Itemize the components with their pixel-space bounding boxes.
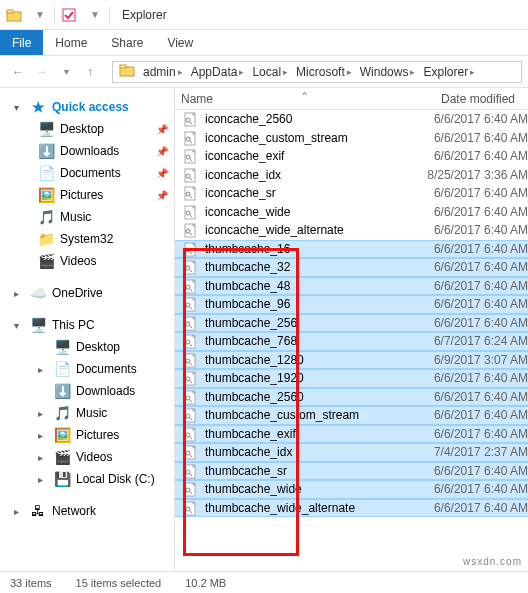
ribbon-tab-share[interactable]: Share <box>99 30 155 55</box>
file-row[interactable]: thumbcache_wide6/6/2017 6:40 AM <box>175 480 528 499</box>
nav-system32[interactable]: 📁System32 <box>0 228 174 250</box>
file-row[interactable]: thumbcache_wide_alternate6/6/2017 6:40 A… <box>175 499 528 518</box>
pc-icon: 🖥️ <box>30 317 46 333</box>
file-row[interactable]: thumbcache_2566/6/2017 6:40 AM <box>175 314 528 333</box>
nav-pc-documents[interactable]: ▸📄Documents <box>0 358 174 380</box>
file-row[interactable]: thumbcache_idx7/4/2017 2:37 AM <box>175 443 528 462</box>
db-file-icon <box>183 389 199 405</box>
checkbox-icon[interactable] <box>59 4 79 26</box>
breadcrumb[interactable]: admin▸ AppData▸ Local▸ Microsoft▸ Window… <box>112 61 522 83</box>
file-name: thumbcache_96 <box>205 297 434 311</box>
file-row[interactable]: thumbcache_486/6/2017 6:40 AM <box>175 277 528 296</box>
column-header-name[interactable]: Name˄ <box>181 92 441 106</box>
ribbon-tab-file[interactable]: File <box>0 30 43 55</box>
file-list-pane: Name˄ Date modified iconcache_25606/6/20… <box>175 88 528 571</box>
db-file-icon <box>183 481 199 497</box>
file-row[interactable]: thumbcache_166/6/2017 6:40 AM <box>175 240 528 259</box>
file-row[interactable]: iconcache_wide6/6/2017 6:40 AM <box>175 203 528 222</box>
file-row[interactable]: thumbcache_custom_stream6/6/2017 6:40 AM <box>175 406 528 425</box>
videos-icon: 🎬 <box>54 449 70 465</box>
chevron-right-icon[interactable]: ▸ <box>470 67 475 77</box>
nav-onedrive[interactable]: ▸☁️OneDrive <box>0 282 174 304</box>
chevron-right-icon[interactable]: ▸ <box>239 67 244 77</box>
nav-pc-downloads[interactable]: ▸⬇️Downloads <box>0 380 174 402</box>
file-name: thumbcache_wide_alternate <box>205 501 434 515</box>
file-row[interactable]: iconcache_25606/6/2017 6:40 AM <box>175 110 528 129</box>
nav-pc-desktop[interactable]: ▸🖥️Desktop <box>0 336 174 358</box>
file-date: 6/6/2017 6:40 AM <box>434 260 528 274</box>
back-button[interactable]: ← <box>6 60 30 84</box>
column-header-date[interactable]: Date modified <box>441 92 528 106</box>
nav-documents[interactable]: 📄Documents📌 <box>0 162 174 184</box>
nav-thispc[interactable]: ▾🖥️This PC <box>0 314 174 336</box>
crumb-item: Explorer▸ <box>419 65 479 79</box>
status-size: 10.2 MB <box>185 577 226 589</box>
recent-dropdown-icon[interactable]: ▾ <box>54 60 78 84</box>
nav-pc-music[interactable]: ▸🎵Music <box>0 402 174 424</box>
file-date: 6/7/2017 6:24 AM <box>434 334 528 348</box>
file-row[interactable]: iconcache_custom_stream6/6/2017 6:40 AM <box>175 129 528 148</box>
file-date: 6/6/2017 6:40 AM <box>434 205 528 219</box>
file-row[interactable]: iconcache_exif6/6/2017 6:40 AM <box>175 147 528 166</box>
nav-quick-access[interactable]: ▾★Quick access <box>0 96 174 118</box>
ribbon-tab-view[interactable]: View <box>155 30 205 55</box>
file-date: 6/6/2017 6:40 AM <box>434 242 528 256</box>
window-title: Explorer <box>122 8 167 22</box>
nav-pc-videos[interactable]: ▸🎬Videos <box>0 446 174 468</box>
quick-access-toolbar-2: ▼ <box>59 4 105 26</box>
file-row[interactable]: thumbcache_966/6/2017 6:40 AM <box>175 295 528 314</box>
onedrive-icon: ☁️ <box>30 285 46 301</box>
up-button[interactable]: ↑ <box>78 60 102 84</box>
file-row[interactable]: thumbcache_exif6/6/2017 6:40 AM <box>175 425 528 444</box>
file-row[interactable]: thumbcache_12806/9/2017 3:07 AM <box>175 351 528 370</box>
ribbon-tab-home[interactable]: Home <box>43 30 99 55</box>
nav-downloads[interactable]: ⬇️Downloads📌 <box>0 140 174 162</box>
file-row[interactable]: iconcache_wide_alternate6/6/2017 6:40 AM <box>175 221 528 240</box>
file-row[interactable]: thumbcache_sr6/6/2017 6:40 AM <box>175 462 528 481</box>
nav-pc-pictures[interactable]: ▸🖼️Pictures <box>0 424 174 446</box>
chevron-right-icon[interactable]: ▸ <box>178 67 183 77</box>
desktop-icon: 🖥️ <box>54 339 70 355</box>
db-file-icon <box>183 315 199 331</box>
nav-desktop[interactable]: 🖥️Desktop📌 <box>0 118 174 140</box>
file-row[interactable]: iconcache_sr6/6/2017 6:40 AM <box>175 184 528 203</box>
file-name: thumbcache_768 <box>205 334 434 348</box>
nav-local-disk[interactable]: ▸💾Local Disk (C:) <box>0 468 174 490</box>
file-row[interactable]: thumbcache_7686/7/2017 6:24 AM <box>175 332 528 351</box>
pictures-icon: 🖼️ <box>38 187 54 203</box>
file-name: thumbcache_exif <box>205 427 434 441</box>
file-row[interactable]: thumbcache_19206/6/2017 6:40 AM <box>175 369 528 388</box>
folder-icon[interactable] <box>4 4 24 26</box>
file-name: thumbcache_1920 <box>205 371 434 385</box>
pictures-icon: 🖼️ <box>54 427 70 443</box>
file-row[interactable]: thumbcache_326/6/2017 6:40 AM <box>175 258 528 277</box>
nav-pictures[interactable]: 🖼️Pictures📌 <box>0 184 174 206</box>
title-bar: ▼ ▼ Explorer <box>0 0 528 30</box>
crumb-item: Windows▸ <box>356 65 420 79</box>
file-row[interactable]: thumbcache_25606/6/2017 6:40 AM <box>175 388 528 407</box>
chevron-right-icon[interactable]: ▸ <box>283 67 288 77</box>
pin-icon: 📌 <box>156 168 168 179</box>
toggle-dropdown-icon[interactable]: ▼ <box>85 4 105 26</box>
svg-rect-2 <box>63 9 75 21</box>
forward-button[interactable]: → <box>30 60 54 84</box>
svg-rect-4 <box>120 65 126 68</box>
file-row[interactable]: iconcache_idx8/25/2017 3:36 AM <box>175 166 528 185</box>
file-list[interactable]: iconcache_25606/6/2017 6:40 AMiconcache_… <box>175 110 528 571</box>
nav-videos[interactable]: 🎬Videos <box>0 250 174 272</box>
pin-icon: 📌 <box>156 146 168 157</box>
file-name: iconcache_exif <box>205 149 434 163</box>
nav-network[interactable]: ▸🖧Network <box>0 500 174 522</box>
file-name: iconcache_2560 <box>205 112 434 126</box>
file-date: 6/6/2017 6:40 AM <box>434 186 528 200</box>
file-date: 8/25/2017 3:36 AM <box>427 168 528 182</box>
chevron-right-icon[interactable]: ▸ <box>410 67 415 77</box>
separator <box>54 6 55 24</box>
file-name: thumbcache_2560 <box>205 390 434 404</box>
nav-music[interactable]: 🎵Music <box>0 206 174 228</box>
file-date: 6/6/2017 6:40 AM <box>434 408 528 422</box>
chevron-right-icon[interactable]: ▸ <box>347 67 352 77</box>
toggle-dropdown-icon[interactable]: ▼ <box>30 4 50 26</box>
pin-icon: 📌 <box>156 190 168 201</box>
music-icon: 🎵 <box>54 405 70 421</box>
